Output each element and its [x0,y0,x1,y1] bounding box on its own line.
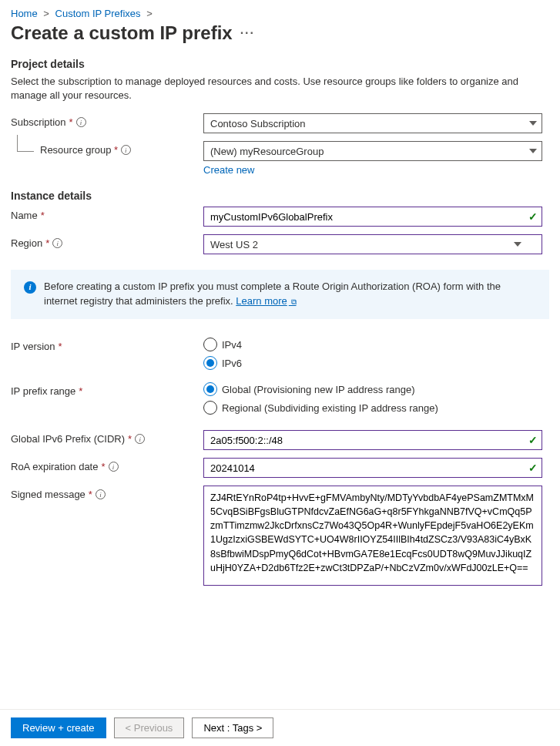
subscription-label: Subscription [11,116,66,128]
cidr-input[interactable] [203,430,542,450]
required-marker: * [59,341,62,352]
info-icon: i [24,281,36,294]
region-label: Region [11,237,42,249]
required-marker: * [69,116,73,128]
name-input[interactable] [203,207,542,227]
subscription-dropdown[interactable]: Contoso Subscription [203,113,542,133]
radio-regional[interactable]: Regional (Subdividing existing IP addres… [203,401,542,415]
check-icon: ✓ [528,210,538,223]
radio-ipv6[interactable]: IPv6 [203,356,542,370]
chevron-down-icon [529,121,537,126]
breadcrumb-custom-ip-prefixes[interactable]: Custom IP Prefixes [55,8,141,19]
chevron-down-icon [514,242,521,247]
info-icon[interactable]: i [52,238,62,248]
required-marker: * [89,489,92,500]
chevron-down-icon [529,149,537,153]
resource-group-value: (New) myResourceGroup [210,146,324,157]
radio-label-regional: Regional (Subdividing existing IP addres… [222,402,438,414]
info-banner: i Before creating a custom IP prefix you… [11,270,549,319]
required-marker: * [41,210,45,221]
ip-prefix-range-label: IP prefix range [11,385,75,397]
radio-icon [203,338,217,351]
page-title-row: Create a custom IP prefix ··· [11,22,549,44]
info-icon[interactable]: i [76,117,86,127]
learn-more-link[interactable]: Learn more ⧉ [236,295,296,307]
roa-expiration-label: RoA expiration date [11,461,98,472]
radio-label-ipv6: IPv6 [222,358,242,369]
resource-group-dropdown[interactable]: (New) myResourceGroup [203,141,542,161]
required-marker: * [128,433,132,445]
info-icon[interactable]: i [109,462,119,472]
info-icon[interactable]: i [96,489,106,499]
name-label: Name [11,210,38,221]
hierarchy-connector [17,135,34,152]
info-icon[interactable]: i [121,145,131,155]
breadcrumb-home[interactable]: Home [11,8,38,19]
resource-group-label: Resource group [40,144,112,156]
radio-label-ipv4: IPv4 [222,339,242,351]
radio-icon [203,401,217,415]
roa-expiration-input[interactable] [203,458,542,478]
subscription-value: Contoso Subscription [210,118,306,129]
ip-version-label: IP version [11,341,55,352]
required-marker: * [79,385,82,397]
info-icon[interactable]: i [135,434,145,444]
region-value: West US 2 [210,239,258,250]
section-title-project-details: Project details [11,58,549,70]
required-marker: * [45,237,49,249]
create-new-link[interactable]: Create new [203,164,542,176]
radio-icon [203,382,217,396]
required-marker: * [112,144,119,156]
radio-icon [203,356,217,370]
more-actions-icon[interactable]: ··· [240,26,255,40]
breadcrumb-sep-2: > [146,8,153,19]
project-details-description: Select the subscription to manage deploy… [11,75,535,102]
signed-message-label: Signed message [11,489,86,500]
section-title-instance-details: Instance details [11,190,549,202]
region-dropdown[interactable]: West US 2 [203,234,542,254]
required-marker: * [101,461,105,472]
radio-ipv4[interactable]: IPv4 [203,338,542,351]
breadcrumb-sep: > [43,8,49,19]
signed-message-input[interactable] [203,486,542,586]
external-link-icon: ⧉ [289,297,297,306]
check-icon: ✓ [528,462,538,474]
breadcrumb: Home > Custom IP Prefixes > [11,8,549,19]
check-icon: ✓ [528,434,538,446]
cidr-label: Global IPv6 Prefix (CIDR) [11,433,125,445]
radio-label-global: Global (Provisioning new IP address rang… [222,384,415,395]
radio-global[interactable]: Global (Provisioning new IP address rang… [203,382,542,396]
page-title: Create a custom IP prefix [11,22,233,44]
